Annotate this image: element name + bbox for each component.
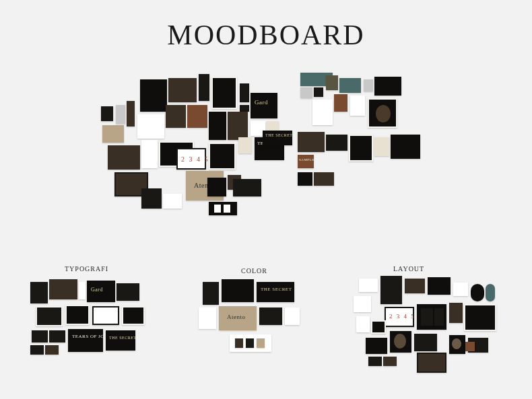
typografi-collage: Gard TEARS OF JOY THE SECRET (30, 279, 148, 367)
tile (168, 78, 197, 102)
tile (108, 145, 140, 170)
tile (79, 282, 86, 299)
tile (240, 105, 249, 112)
tile (421, 308, 433, 326)
tile (137, 114, 164, 139)
tile (366, 338, 387, 354)
tile (417, 353, 446, 373)
tile (224, 205, 230, 213)
tile (163, 194, 182, 209)
tile (465, 342, 475, 351)
tile (238, 137, 252, 153)
tile-secret: THE SECRET (257, 282, 294, 302)
tile-numbers-text: 2 3 4 5 (181, 155, 209, 163)
tile (45, 345, 59, 355)
tile (141, 188, 162, 209)
tile (140, 79, 167, 112)
oval (452, 338, 461, 349)
tile-text: THE SECRET (265, 133, 293, 138)
tile (390, 331, 411, 353)
tile (453, 283, 468, 296)
tile (349, 135, 373, 161)
tile (211, 77, 237, 109)
color-collage: THE SECRET Atento (199, 279, 313, 360)
tile-label: Gard (255, 100, 268, 106)
tile (298, 132, 325, 152)
tile-numbers: 2 3 4 5 (385, 307, 414, 327)
swatch (257, 338, 265, 348)
tile (380, 276, 402, 304)
tile (383, 357, 397, 366)
tile (141, 140, 158, 168)
tile: Gard (251, 93, 277, 118)
tile (209, 112, 226, 140)
tile (486, 284, 495, 301)
tile-tears: TEARS OF JOY (68, 329, 103, 352)
tile (233, 179, 261, 196)
tile (334, 94, 347, 112)
swatch (235, 338, 243, 348)
tile (285, 307, 300, 325)
tile (199, 307, 216, 329)
tile (391, 135, 420, 159)
tile (203, 282, 219, 305)
tile (405, 279, 425, 293)
tile (371, 320, 386, 334)
tile-secret: THE SECRET (263, 131, 292, 145)
tile (187, 105, 207, 128)
tile-text: THE SECRET (109, 336, 137, 340)
tile (374, 77, 401, 96)
tile (350, 96, 365, 116)
tile (298, 172, 312, 186)
section-label-layout: LAYOUT (393, 265, 424, 273)
tile (166, 105, 186, 128)
tile (464, 304, 496, 331)
tile (122, 306, 145, 325)
tile (36, 306, 63, 326)
tile (230, 334, 271, 352)
tile (228, 112, 248, 140)
swatch (246, 338, 254, 348)
oval (376, 105, 391, 122)
tile (326, 75, 338, 90)
tile (240, 83, 249, 102)
tile (259, 307, 282, 325)
tile-numbers: 2 3 4 5 (176, 148, 206, 170)
tile (326, 135, 347, 151)
tile (127, 101, 135, 126)
tile (199, 74, 209, 101)
tile (65, 305, 90, 325)
tile (116, 105, 125, 124)
tile (471, 284, 484, 301)
section-label-typografi: TYPOGRAFI (65, 265, 108, 273)
tile (449, 303, 463, 323)
tile (102, 125, 124, 143)
tile (49, 330, 65, 342)
tile (356, 316, 370, 332)
tile (374, 137, 389, 156)
oval (394, 334, 406, 349)
tile (30, 282, 48, 303)
tile-secret: THE SECRET (106, 330, 135, 351)
tile-atento: Atento (219, 306, 257, 330)
tile (92, 306, 119, 325)
tile-text: TEARS OF JOY (72, 334, 108, 340)
tile (314, 172, 334, 186)
tile (214, 205, 221, 213)
tile (209, 143, 236, 170)
tile (101, 106, 113, 121)
tile (428, 277, 451, 295)
section-label-color: COLOR (241, 267, 267, 275)
tile (49, 279, 77, 299)
tile (312, 100, 333, 125)
tile (414, 334, 437, 351)
tile (368, 98, 397, 128)
tile-text: Atento (227, 314, 246, 321)
tile (434, 308, 444, 326)
tile (300, 87, 312, 98)
tile (30, 345, 44, 355)
tile-text: SAMPLE (299, 158, 314, 162)
tile (209, 202, 237, 215)
tile (32, 330, 48, 342)
tile-text: THE SECRET (261, 287, 292, 293)
